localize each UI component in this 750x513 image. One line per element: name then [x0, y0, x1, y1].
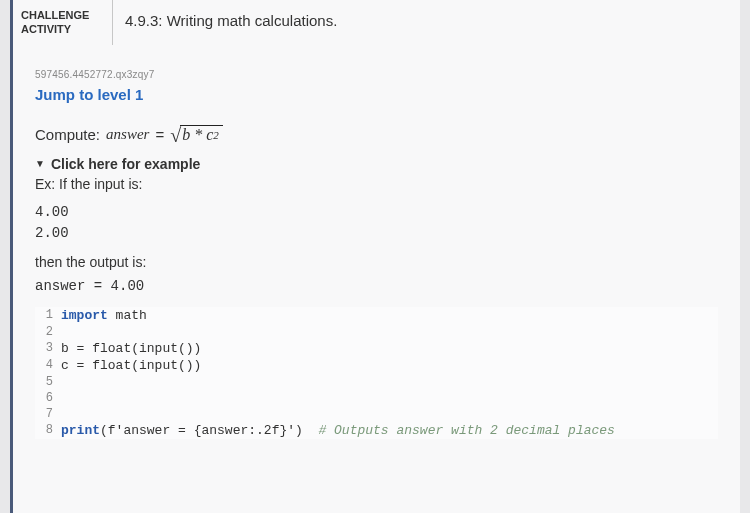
code-line-1: 1 import math: [35, 307, 718, 324]
compute-variable: answer: [106, 126, 149, 143]
line-number: 7: [35, 406, 61, 422]
label-activity: ACTIVITY: [21, 22, 104, 36]
code-line-2: 2: [35, 324, 718, 340]
example-disclosure-toggle[interactable]: ▼ Click here for example: [35, 156, 718, 172]
radicand-exponent: 2: [213, 129, 219, 141]
code-text[interactable]: [61, 406, 718, 422]
example-input-label: Ex: If the input is:: [35, 176, 718, 192]
example-output-block: answer = 4.00: [35, 276, 718, 297]
activity-content: 597456.4452772.qx3zqy7 Jump to level 1 C…: [13, 45, 740, 449]
code-text[interactable]: c = float(input()): [61, 357, 718, 374]
triangle-down-icon: ▼: [35, 158, 45, 169]
activity-id-code: 597456.4452772.qx3zqy7: [35, 69, 718, 80]
jump-to-level-link[interactable]: Jump to level 1: [35, 86, 718, 103]
code-line-5: 5: [35, 374, 718, 390]
equals-sign: =: [155, 126, 164, 143]
sqrt-radicand: b * c2: [180, 125, 223, 144]
sqrt-icon: √: [170, 124, 181, 147]
example-output-label: then the output is:: [35, 254, 718, 270]
input-line-1: 4.00: [35, 202, 718, 223]
line-number: 4: [35, 357, 61, 374]
code-text[interactable]: import math: [61, 307, 718, 324]
input-line-2: 2.00: [35, 223, 718, 244]
output-line: answer = 4.00: [35, 276, 718, 297]
code-text[interactable]: print(f'answer = {answer:.2f}') # Output…: [61, 422, 718, 439]
activity-header: CHALLENGE ACTIVITY 4.9.3: Writing math c…: [13, 0, 740, 45]
code-line-8: 8 print(f'answer = {answer:.2f}') # Outp…: [35, 422, 718, 439]
label-challenge: CHALLENGE: [21, 8, 104, 22]
line-number: 6: [35, 390, 61, 406]
compute-instruction: Compute: answer = √ b * c2: [35, 123, 718, 146]
compute-label: Compute:: [35, 126, 100, 143]
code-line-4: 4 c = float(input()): [35, 357, 718, 374]
line-number: 8: [35, 422, 61, 439]
code-line-6: 6: [35, 390, 718, 406]
code-text[interactable]: b = float(input()): [61, 340, 718, 357]
line-number: 5: [35, 374, 61, 390]
example-input-block: 4.00 2.00: [35, 202, 718, 244]
line-number: 2: [35, 324, 61, 340]
code-line-7: 7: [35, 406, 718, 422]
line-number: 1: [35, 307, 61, 324]
formula: √ b * c2: [170, 123, 223, 146]
code-text[interactable]: [61, 324, 718, 340]
code-text[interactable]: [61, 374, 718, 390]
activity-title: 4.9.3: Writing math calculations.: [113, 0, 740, 45]
code-editor[interactable]: 1 import math 2 3 b = float(input()) 4 c…: [35, 307, 718, 439]
activity-type-label: CHALLENGE ACTIVITY: [13, 0, 113, 45]
code-text[interactable]: [61, 390, 718, 406]
code-line-3: 3 b = float(input()): [35, 340, 718, 357]
disclosure-label: Click here for example: [51, 156, 200, 172]
radicand-base: b * c: [182, 126, 213, 144]
activity-panel: CHALLENGE ACTIVITY 4.9.3: Writing math c…: [10, 0, 740, 513]
line-number: 3: [35, 340, 61, 357]
